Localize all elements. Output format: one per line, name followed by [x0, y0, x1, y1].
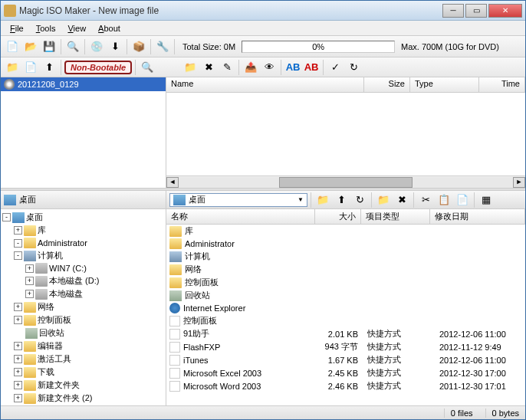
tree-node[interactable]: +网络 — [2, 300, 164, 313]
file-row[interactable]: 控制面板 — [166, 314, 525, 327]
path-combo[interactable]: 桌面 ▼ — [169, 193, 307, 207]
maximize-button[interactable]: ▭ — [465, 4, 487, 18]
tree-node[interactable]: +WIN7 (C:) — [2, 262, 164, 274]
iso-tree-root[interactable]: 20121208_0129 — [1, 77, 166, 91]
hscrollbar[interactable]: ◄ ► — [166, 176, 525, 188]
files-body[interactable]: 库Administrator计算机网络控制面板回收站Internet Explo… — [166, 225, 525, 405]
burn-button[interactable]: 💿 — [88, 38, 105, 55]
tree-node[interactable]: -桌面 — [2, 211, 164, 224]
file-row[interactable]: 库 — [166, 225, 525, 238]
label2-button[interactable]: AB — [303, 59, 320, 76]
mount-button[interactable]: 🔧 — [154, 38, 171, 55]
fcol-date[interactable]: 修改日期 — [430, 209, 525, 224]
expander[interactable]: + — [14, 381, 22, 389]
file-row[interactable]: 网络 — [166, 263, 525, 276]
col-size[interactable]: Size — [364, 77, 410, 92]
col-time[interactable]: Time — [479, 77, 525, 92]
expander[interactable]: - — [14, 239, 22, 248]
tree-node[interactable]: +库 — [2, 224, 164, 237]
tree-node[interactable]: +本地磁盘 (D:) — [2, 274, 164, 287]
tree-node[interactable]: 回收站 — [2, 326, 164, 340]
file-row[interactable]: Microsoft Word 20032.46 KB快捷方式2011-12-30… — [166, 379, 525, 392]
tree-node[interactable]: +控制面板 — [2, 313, 164, 326]
expander[interactable]: + — [14, 368, 22, 376]
delete-button[interactable]: ✖ — [200, 59, 217, 76]
expander[interactable]: + — [14, 394, 22, 402]
new-folder-button[interactable]: 📁 — [182, 59, 199, 76]
delete2-button[interactable]: ✖ — [393, 192, 410, 208]
menu-about[interactable]: About — [92, 22, 127, 34]
tree-node[interactable]: +本地磁盘 — [2, 287, 164, 300]
extract-button[interactable]: ⬇ — [107, 38, 123, 55]
copy-button[interactable]: 📋 — [436, 192, 452, 208]
expander[interactable]: + — [14, 342, 22, 350]
file-row[interactable]: 计算机 — [166, 250, 525, 263]
rename-button[interactable]: ✎ — [219, 59, 235, 76]
open-button[interactable]: 📂 — [22, 38, 39, 55]
file-row[interactable]: Internet Explorer — [166, 302, 525, 314]
file-row[interactable]: Administrator — [166, 238, 525, 250]
tree-node[interactable]: -计算机 — [2, 249, 164, 262]
expander[interactable]: + — [25, 290, 34, 298]
up-button[interactable]: ⬆ — [41, 59, 58, 76]
check-button[interactable]: ✓ — [327, 59, 344, 76]
tree-node[interactable]: +编辑器 — [2, 340, 164, 353]
expander[interactable]: + — [14, 355, 22, 363]
new-folder2-button[interactable]: 📁 — [375, 192, 392, 208]
nav-refresh-button[interactable]: ↻ — [351, 192, 368, 208]
list-body[interactable] — [166, 93, 525, 176]
scroll-left-button[interactable]: ◄ — [166, 177, 179, 188]
menu-tools[interactable]: Tools — [30, 22, 62, 34]
label-button[interactable]: AB — [284, 59, 301, 76]
fcol-size[interactable]: 大小 — [315, 209, 361, 224]
tree-node[interactable]: +新建文件夹 (3) — [2, 405, 164, 405]
menu-view[interactable]: View — [61, 22, 92, 34]
cut-button[interactable]: ✂ — [417, 192, 434, 208]
ficon — [24, 380, 36, 391]
compress-button[interactable]: 📦 — [130, 38, 147, 55]
file-row[interactable]: iTunes1.67 KB快捷方式2012-12-06 11:00 — [166, 353, 525, 366]
iso-tree[interactable]: 20121208_0129 — [1, 77, 166, 188]
menu-file[interactable]: File — [4, 22, 30, 34]
expander[interactable]: - — [14, 251, 22, 260]
refresh-button[interactable]: ↻ — [345, 59, 362, 76]
search-button[interactable]: 🔍 — [139, 59, 156, 76]
extract-selected-button[interactable]: 📤 — [242, 59, 259, 76]
views-button[interactable]: ▦ — [478, 192, 495, 208]
fcol-name[interactable]: 名称 — [166, 209, 315, 224]
tree-node[interactable]: +新建文件夹 (2) — [2, 392, 164, 405]
add-folder-button[interactable]: 📁 — [4, 59, 21, 76]
file-row[interactable]: 控制面板 — [166, 276, 525, 289]
expander[interactable]: + — [25, 264, 34, 273]
col-name[interactable]: Name — [166, 77, 364, 92]
fcol-type[interactable]: 项目类型 — [361, 209, 430, 224]
expander[interactable]: + — [14, 303, 22, 311]
tree-node[interactable]: +新建文件夹 — [2, 379, 164, 392]
expander[interactable]: - — [2, 213, 11, 221]
new-button[interactable]: 📄 — [4, 38, 21, 55]
local-tree-body[interactable]: -桌面+库-Administrator-计算机+WIN7 (C:)+本地磁盘 (… — [1, 209, 166, 405]
expander[interactable]: + — [25, 277, 34, 285]
view-button[interactable]: 👁 — [261, 59, 278, 76]
scroll-right-button[interactable]: ► — [513, 177, 525, 188]
expander[interactable]: + — [14, 226, 22, 235]
close-button[interactable]: ✕ — [488, 4, 522, 18]
tree-node[interactable]: -Administrator — [2, 237, 164, 249]
tree-node[interactable]: +激活工具 — [2, 353, 164, 366]
bootable-badge[interactable]: Non-Bootable — [64, 61, 132, 74]
nav-back-button[interactable]: 📁 — [314, 192, 331, 208]
save-button[interactable]: 💾 — [41, 38, 58, 55]
expander[interactable]: + — [14, 316, 22, 324]
tree-node[interactable]: +下载 — [2, 366, 164, 379]
file-row[interactable]: 91助手2.01 KB快捷方式2012-12-06 11:00 — [166, 327, 525, 340]
paste-button[interactable]: 📄 — [454, 192, 471, 208]
col-type[interactable]: Type — [410, 77, 479, 92]
file-row[interactable]: 回收站 — [166, 289, 525, 302]
properties-button[interactable]: 🔍 — [64, 38, 81, 55]
minimize-button[interactable]: ─ — [442, 4, 464, 18]
scroll-thumb[interactable] — [279, 177, 413, 188]
file-row[interactable]: FlashFXP943 字节快捷方式2012-11-12 9:49 — [166, 340, 525, 353]
nav-up-button[interactable]: ⬆ — [333, 192, 350, 208]
add-file-button[interactable]: 📄 — [22, 59, 39, 76]
file-row[interactable]: Microsoft Excel 20032.45 KB快捷方式2012-12-3… — [166, 366, 525, 379]
